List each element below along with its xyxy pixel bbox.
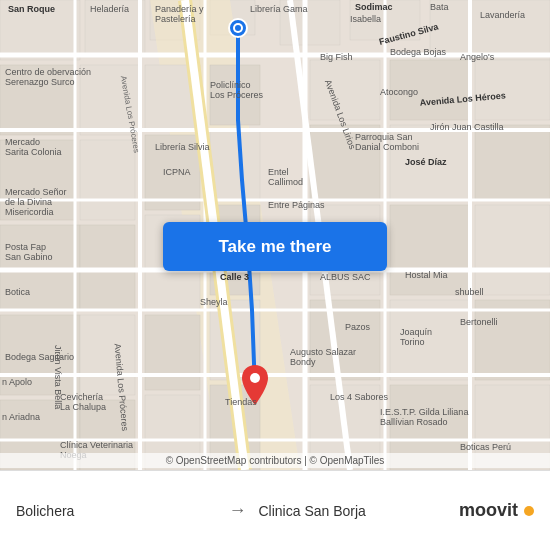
svg-text:Panadería y: Panadería y (155, 4, 204, 14)
svg-text:Pastelería: Pastelería (155, 14, 196, 24)
svg-text:Boticas Perú: Boticas Perú (460, 442, 511, 452)
svg-text:Policlínico: Policlínico (210, 80, 251, 90)
svg-text:Hostal Mia: Hostal Mia (405, 270, 448, 280)
svg-text:Entre Páginas: Entre Páginas (268, 200, 325, 210)
svg-rect-41 (475, 205, 550, 295)
svg-text:Atocongo: Atocongo (380, 87, 418, 97)
svg-text:Jirón Juan Castilla: Jirón Juan Castilla (430, 122, 504, 132)
svg-text:Mercado: Mercado (5, 137, 40, 147)
svg-text:Isabella: Isabella (350, 14, 381, 24)
svg-rect-42 (475, 300, 550, 380)
origin-label: Bolichera (16, 503, 217, 519)
svg-text:Clínica Veterinaria: Clínica Veterinaria (60, 440, 133, 450)
svg-text:Posta Fap: Posta Fap (5, 242, 46, 252)
svg-rect-36 (390, 205, 470, 295)
svg-text:Pazos: Pazos (345, 322, 371, 332)
moovit-wordmark: moovit (459, 500, 518, 521)
svg-text:Los 4 Sabores: Los 4 Sabores (330, 392, 389, 402)
svg-rect-39 (475, 60, 550, 120)
svg-rect-40 (475, 125, 550, 200)
svg-text:Los Próceres: Los Próceres (210, 90, 264, 100)
svg-text:Sodimac: Sodimac (355, 2, 393, 12)
svg-text:José Díaz: José Díaz (405, 157, 447, 167)
svg-text:Botica: Botica (5, 287, 30, 297)
svg-text:n Ariadna: n Ariadna (2, 412, 40, 422)
svg-text:ICPNA: ICPNA (163, 167, 191, 177)
take-me-there-button[interactable]: Take me there (163, 222, 387, 271)
svg-text:Misericordia: Misericordia (5, 207, 54, 217)
svg-text:Sheyla: Sheyla (200, 297, 228, 307)
svg-rect-15 (80, 140, 135, 220)
svg-point-63 (250, 373, 260, 383)
svg-text:Entel: Entel (268, 167, 289, 177)
moovit-logo: moovit (459, 500, 534, 521)
svg-text:Big Fish: Big Fish (320, 52, 353, 62)
svg-text:Librería Gama: Librería Gama (250, 4, 308, 14)
svg-text:Mercado Señor: Mercado Señor (5, 187, 67, 197)
svg-text:Centro de obervación: Centro de obervación (5, 67, 91, 77)
svg-text:Callimod: Callimod (268, 177, 303, 187)
svg-text:Joaquín: Joaquín (400, 327, 432, 337)
svg-text:Cevichería: Cevichería (60, 392, 103, 402)
svg-point-62 (235, 25, 241, 31)
svg-text:Bodega Bojas: Bodega Bojas (390, 47, 447, 57)
svg-text:I.E.S.T.P. Gilda Liliana: I.E.S.T.P. Gilda Liliana (380, 407, 468, 417)
svg-text:Parroquia San: Parroquia San (355, 132, 413, 142)
svg-text:Bertonelli: Bertonelli (460, 317, 498, 327)
app: San Roque Heladería Panadería y Pasteler… (0, 0, 550, 550)
svg-text:Bata: Bata (430, 2, 449, 12)
svg-text:Bondy: Bondy (290, 357, 316, 367)
svg-text:Danial Comboni: Danial Comboni (355, 142, 419, 152)
svg-text:de la Divina: de la Divina (5, 197, 52, 207)
svg-text:ALBUS SAC: ALBUS SAC (320, 272, 371, 282)
svg-text:Torino: Torino (400, 337, 425, 347)
svg-text:Angelo's: Angelo's (460, 52, 495, 62)
svg-rect-25 (210, 130, 260, 200)
svg-text:La Chalupa: La Chalupa (60, 402, 106, 412)
svg-text:shubell: shubell (455, 287, 484, 297)
svg-text:San Roque: San Roque (8, 4, 55, 14)
svg-text:Heladería: Heladería (90, 4, 129, 14)
svg-text:San Gabino: San Gabino (5, 252, 53, 262)
svg-text:Ballívian Rosado: Ballívian Rosado (380, 417, 448, 427)
arrow-icon: → (229, 500, 247, 521)
svg-text:Augusto Salazar: Augusto Salazar (290, 347, 356, 357)
svg-text:Calle 3: Calle 3 (220, 272, 249, 282)
map-container: San Roque Heladería Panadería y Pasteler… (0, 0, 550, 470)
svg-text:Tiendas: Tiendas (225, 397, 257, 407)
svg-text:Bodega Sagitario: Bodega Sagitario (5, 352, 74, 362)
bottom-bar: Bolichera → Clinica San Borja moovit (0, 470, 550, 550)
svg-text:Librería Silvia: Librería Silvia (155, 142, 210, 152)
svg-text:n Apolo: n Apolo (2, 377, 32, 387)
svg-text:Sarita Colonia: Sarita Colonia (5, 147, 62, 157)
svg-rect-32 (310, 300, 380, 380)
moovit-dot (524, 506, 534, 516)
svg-text:Serenazgo Surco: Serenazgo Surco (5, 77, 75, 87)
map-attribution: © OpenStreetMap contributors | © OpenMap… (0, 453, 550, 468)
svg-text:Lavandería: Lavandería (480, 10, 525, 20)
destination-label: Clinica San Borja (259, 503, 460, 519)
svg-rect-22 (145, 315, 200, 390)
